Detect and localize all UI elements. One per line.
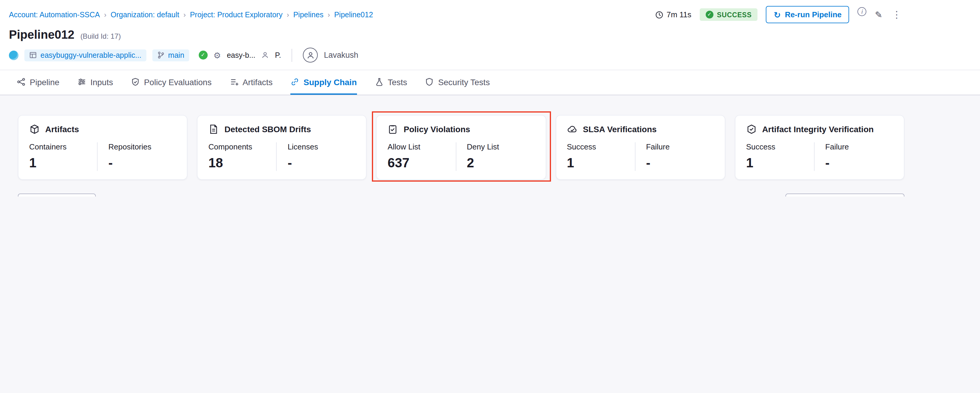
stat-value: 1 xyxy=(567,155,635,171)
tab-supply-chain[interactable]: Supply Chain xyxy=(290,70,357,95)
tab-security-tests[interactable]: Security Tests xyxy=(425,70,490,95)
divider xyxy=(292,48,293,62)
tab-label: Inputs xyxy=(91,77,113,87)
page-header: Account: Automation-SSCA › Organization:… xyxy=(0,0,980,95)
artifact-type-dropdown[interactable]: Artifact Type xyxy=(18,193,96,196)
duration-value: 7m 11s xyxy=(667,10,691,19)
more-options-icon[interactable]: ⋮ xyxy=(891,9,903,20)
user-name: Lavakush xyxy=(324,51,358,59)
status-text: SUCCESS xyxy=(717,11,752,18)
stat-label: Success xyxy=(746,142,814,151)
app: Account: Automation-SSCA › Organization:… xyxy=(0,0,980,196)
cloud-check-icon xyxy=(567,124,578,134)
execution-avatar-icon xyxy=(9,50,18,60)
card-sbom-drifts: Detected SBOM Drifts Components 18 Licen… xyxy=(197,115,366,180)
stat-label: Allow List xyxy=(388,142,455,151)
chevron-right-icon: › xyxy=(100,10,111,19)
trigger-status-icon: ✓ xyxy=(199,51,207,59)
stat-value: - xyxy=(646,155,714,171)
tab-label: Tests xyxy=(388,77,407,87)
tab-bar: Pipeline Inputs Policy Evaluations Artif… xyxy=(0,70,980,95)
tab-label: Artifacts xyxy=(242,77,272,87)
card-slsa-verifications: SLSA Verifications Success 1 Failure - xyxy=(555,115,725,180)
tab-label: Security Tests xyxy=(438,77,490,87)
breadcrumb-project[interactable]: Project: Product Exploratory xyxy=(190,10,282,19)
tab-label: Pipeline xyxy=(30,77,59,87)
package-check-icon xyxy=(746,124,757,134)
card-title: Artifacts xyxy=(45,125,79,134)
breadcrumb-account[interactable]: Account: Automation-SSCA xyxy=(9,10,100,19)
card-artifact-integrity: Artifact Integrity Verification Success … xyxy=(735,115,904,180)
shield-icon xyxy=(425,77,434,86)
tab-inputs[interactable]: Inputs xyxy=(77,70,113,95)
tab-policy-evaluations[interactable]: Policy Evaluations xyxy=(131,70,212,95)
card-title: Detected SBOM Drifts xyxy=(224,125,311,134)
flask-icon xyxy=(375,77,383,86)
tab-label: Supply Chain xyxy=(304,77,357,87)
breadcrumb-pipeline012[interactable]: Pipeline012 xyxy=(334,10,373,19)
top-actions: 7m 11s ✓ SUCCESS ↻ Re-run Pipeline i ✎ ⋮ xyxy=(655,6,903,23)
tab-label: Policy Evaluations xyxy=(144,77,212,87)
document-icon xyxy=(208,124,219,134)
stat-label: Success xyxy=(567,142,635,151)
stat-value: 637 xyxy=(388,155,455,171)
repository-icon xyxy=(29,51,37,59)
card-artifacts: Artifacts Containers 1 Repositories - xyxy=(18,115,188,180)
tab-tests[interactable]: Tests xyxy=(375,70,407,95)
stat-value: 2 xyxy=(467,155,535,171)
duration: 7m 11s xyxy=(655,10,691,19)
breadcrumb-org[interactable]: Organization: default xyxy=(111,10,180,19)
supply-chain-icon xyxy=(290,77,299,86)
chevron-right-icon: › xyxy=(283,10,293,19)
stat-label: Components xyxy=(208,142,276,151)
trigger-name: easy-b... xyxy=(227,51,255,59)
repo-link[interactable]: easybuggy-vulnerable-applic... xyxy=(40,51,141,59)
build-id: (Build Id: 17) xyxy=(80,32,121,40)
list-plus-icon xyxy=(229,77,238,86)
stat-value: 18 xyxy=(208,155,276,171)
refresh-icon: ↻ xyxy=(774,10,781,19)
card-title: Artifact Integrity Verification xyxy=(762,125,874,134)
stat-value: - xyxy=(825,155,893,171)
chevron-right-icon: › xyxy=(323,10,334,19)
gear-icon: ⚙ xyxy=(213,50,221,60)
summary-cards: Artifacts Containers 1 Repositories - xyxy=(0,95,980,180)
branch-pill[interactable]: main xyxy=(152,49,189,61)
pipeline-icon xyxy=(17,77,25,86)
execution-meta: easybuggy-vulnerable-applic... main ✓ ⚙ … xyxy=(0,42,980,70)
stat-value: 1 xyxy=(746,155,814,171)
tab-artifacts[interactable]: Artifacts xyxy=(229,70,272,95)
stat-label: Failure xyxy=(646,142,714,151)
card-title: Policy Violations xyxy=(404,125,470,134)
package-icon xyxy=(29,124,40,134)
tab-pipeline[interactable]: Pipeline xyxy=(17,70,59,95)
trigger-user-initial: P. xyxy=(275,51,281,59)
avatar[interactable] xyxy=(303,48,318,62)
breadcrumb: Account: Automation-SSCA › Organization:… xyxy=(9,10,373,19)
shield-check-icon xyxy=(131,77,140,86)
edit-icon[interactable]: ✎ xyxy=(875,9,882,20)
supply-chain-content: Artifacts Containers 1 Repositories - xyxy=(0,95,980,196)
clipboard-check-icon xyxy=(388,124,398,134)
chevron-right-icon: › xyxy=(179,10,190,19)
person-icon xyxy=(306,51,315,59)
stat-value: - xyxy=(108,155,176,171)
branch-link[interactable]: main xyxy=(168,51,184,59)
breadcrumb-pipelines[interactable]: Pipelines xyxy=(293,10,323,19)
card-title: SLSA Verifications xyxy=(583,125,657,134)
status-badge: ✓ SUCCESS xyxy=(700,8,758,21)
stat-value: 1 xyxy=(29,155,97,171)
stat-label: Repositories xyxy=(108,142,176,151)
sliders-icon xyxy=(77,77,86,86)
user-icon xyxy=(261,51,269,59)
card-policy-violations: Policy Violations Allow List 637 Deny Li… xyxy=(376,115,546,180)
clock-icon xyxy=(655,10,664,19)
search-box xyxy=(786,193,904,196)
info-icon[interactable]: i xyxy=(858,7,867,16)
page-title: Pipeline012 xyxy=(9,28,75,42)
rerun-label: Re-run Pipeline xyxy=(785,10,842,19)
stat-label: Deny List xyxy=(467,142,535,151)
rerun-pipeline-button[interactable]: ↻ Re-run Pipeline xyxy=(766,6,850,23)
repo-pill[interactable]: easybuggy-vulnerable-applic... xyxy=(24,49,146,61)
stat-label: Licenses xyxy=(288,142,356,151)
